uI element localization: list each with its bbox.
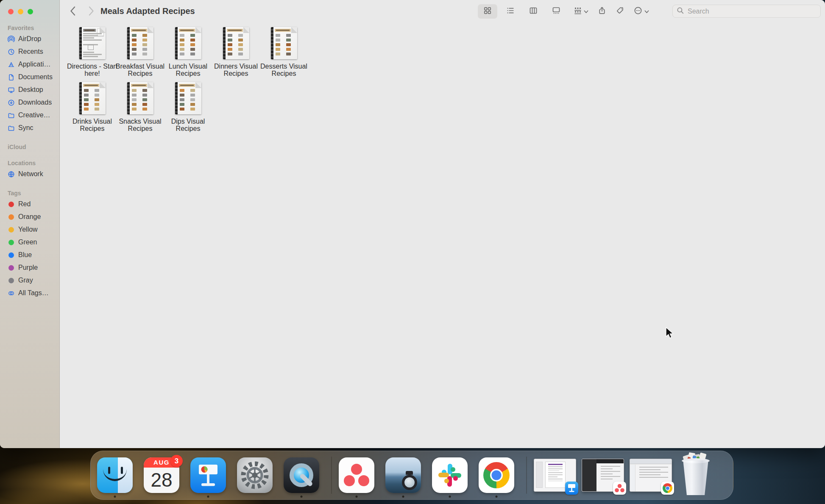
sidebar-item-orange[interactable]: Orange [0,210,59,223]
recipe-title-bar [131,29,147,32]
more-options-button[interactable] [631,4,652,19]
recipe-title-bar [179,84,195,87]
search-input[interactable] [687,7,817,16]
dock-finder[interactable] [97,457,133,493]
chevron-down-icon [644,8,649,15]
recipe-title-bar [179,29,195,32]
minimized-keynote-document-window[interactable] [534,459,576,492]
icon-view-icon [483,6,492,17]
file-name: Drinks Visual Recipes [66,118,119,132]
column-view-button[interactable] [524,4,543,19]
globe-icon [7,170,15,178]
page-fold [100,82,106,88]
file-item-dips-visual-recipes[interactable]: Dips Visual Recipes [164,82,212,132]
recipe-title-bar [131,84,147,87]
binding-spine [175,27,178,59]
forward-button[interactable] [86,6,96,17]
sidebar-item-red[interactable]: Red [0,198,59,210]
file-item-snacks-visual-recipes[interactable]: Snacks Visual Recipes [116,82,164,132]
running-indicator [402,496,404,498]
tag-dot [7,200,15,208]
file-item-desserts-visual-recipes[interactable]: Desserts Visual Recipes [260,27,308,77]
dock-slack[interactable] [432,457,468,493]
dock-chrome[interactable] [479,457,514,493]
dock-calendar[interactable]: AUG283 [144,457,179,493]
sidebar-item-sync[interactable]: Sync [0,122,59,134]
dock-quicktime[interactable] [284,457,319,493]
window-title: Meals Adapted Recipes [100,6,195,16]
tag-dot [7,226,15,233]
minimize-button[interactable] [18,9,23,14]
dock-settings[interactable] [237,457,273,493]
sidebar-item-network[interactable]: Network [0,168,59,180]
file-item-directions-start-here[interactable]: Directions - Start here! [68,27,116,77]
sidebar-item-blue[interactable]: Blue [0,249,59,261]
tag-dot [7,251,15,259]
dock-preview[interactable] [385,457,421,493]
document-icon [7,73,15,81]
group-by-button[interactable] [571,4,591,19]
sidebar-item-label: Documents [18,73,53,81]
file-item-lunch-visual-recipes[interactable]: Lunch Visual Recipes [164,27,212,77]
recipe-title-bar [227,29,243,32]
binding-spine [175,82,178,114]
downloads-icon [7,99,15,106]
sidebar-item-label: Gray [18,277,33,284]
icon-view-button[interactable] [478,4,497,19]
dock: AUG283 [90,451,733,500]
page-fold [195,27,201,33]
sidebar-item-label: All Tags… [18,289,49,297]
sidebar-item-label: AirDrop [18,35,41,43]
sidebar-item-gray[interactable]: Gray [0,274,59,287]
desktop-icon [7,86,15,94]
sidebar-item-all-tags[interactable]: All Tags… [0,287,59,299]
file-item-dinners-visual-recipes[interactable]: Dinners Visual Recipes [212,27,260,77]
list-view-icon [506,6,515,17]
document-thumbnail [223,27,249,59]
tag-dot [7,277,15,284]
sidebar-item-applicati[interactable]: Applicati… [0,58,59,71]
minimized-asana-window[interactable] [582,459,624,492]
sidebar-item-desktop[interactable]: Desktop [0,83,59,96]
sidebar-item-green[interactable]: Green [0,236,59,249]
back-button[interactable] [68,6,77,17]
search-icon [677,7,684,16]
keynote-icon [190,457,226,493]
minimized-chrome-window[interactable] [630,459,672,492]
sidebar-item-downloads[interactable]: Downloads [0,96,59,109]
document-thumbnail [79,82,106,114]
file-item-breakfast-visual-recipes[interactable]: Breakfast Visual Recipes [116,27,164,77]
trash-full-icon[interactable] [680,454,711,496]
file-item-drinks-visual-recipes[interactable]: Drinks Visual Recipes [68,82,116,132]
section-label-tags: Tags [0,190,59,197]
sidebar-item-label: Recents [18,48,43,55]
recipe-title-bar [83,84,99,87]
running-indicator [449,496,451,498]
recipe-image-grid [180,89,196,111]
tags-button[interactable] [613,4,627,19]
dock-asana[interactable] [339,457,374,493]
document-thumbnail [271,27,297,59]
airdrop-icon [7,35,15,43]
search-field[interactable] [672,5,821,18]
sidebar-item-recents[interactable]: Recents [0,45,59,58]
tag-dot [7,264,15,271]
sidebar-item-airdrop[interactable]: AirDrop [0,33,59,45]
sidebar-item-documents[interactable]: Documents [0,71,59,83]
page-fold [148,27,153,33]
sidebar-item-purple[interactable]: Purple [0,261,59,274]
close-button[interactable] [8,9,14,14]
gallery-view-button[interactable] [546,4,566,19]
sidebar-item-creative[interactable]: Creative… [0,109,59,122]
dock-divider [331,457,332,494]
share-button[interactable] [595,4,609,19]
zoom-button[interactable] [28,9,33,14]
binding-spine [79,27,82,59]
sidebar-item-label: Network [18,170,43,178]
dock-keynote[interactable] [190,457,226,493]
share-icon [598,6,606,17]
running-indicator [356,496,358,498]
sidebar-item-yellow[interactable]: Yellow [0,223,59,236]
list-view-button[interactable] [501,4,520,19]
asana-icon [339,457,374,493]
